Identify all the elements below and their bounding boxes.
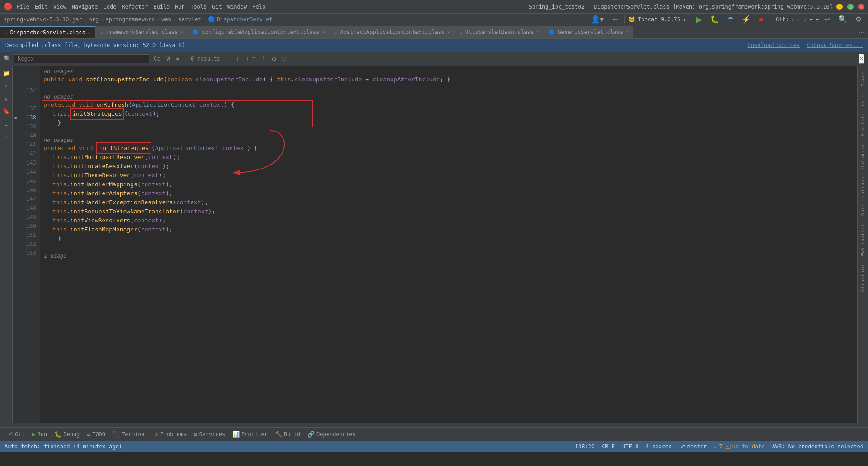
problems-tab-button[interactable]: ⚠ Problems <box>152 430 189 438</box>
search-settings-button[interactable]: ⚙ <box>269 54 279 63</box>
tab-close-configurable[interactable]: × <box>322 30 325 35</box>
menu-edit[interactable]: Edit <box>35 4 48 10</box>
param-ctx-146: context <box>141 180 166 189</box>
search-regex[interactable]: ✱ <box>175 55 181 63</box>
build-tab-button[interactable]: 🔨 Build <box>272 430 303 438</box>
profiler-tab-button[interactable]: 📊 Profiler <box>230 430 270 438</box>
breadcrumb-springframework[interactable]: springframework <box>106 16 155 23</box>
bigdata-panel[interactable]: Big Data Tools <box>858 91 868 140</box>
stop-button[interactable]: ■ <box>756 14 766 25</box>
breadcrumb-web[interactable]: web <box>161 16 171 23</box>
tomcat-selector[interactable]: 🐱 Tomcat 9.0.75 ▾ <box>624 15 690 24</box>
tab-label-abstract: AbstractApplicationContext.class <box>340 29 444 35</box>
menu-view[interactable]: View <box>53 4 66 10</box>
breadcrumb-class[interactable]: DispatcherServlet <box>217 16 273 23</box>
charset[interactable]: UTF-8 <box>622 443 638 450</box>
dependencies-tab-button[interactable]: 🔗 Dependencies <box>305 430 359 438</box>
search-case-sensitive[interactable]: Cc <box>152 55 162 63</box>
tab-configurable[interactable]: 🔵 ConfigurableApplicationContext.class × <box>188 26 330 38</box>
code-area[interactable]: no usages public void setCleanupAfterInc… <box>40 66 857 423</box>
sidebar-structure[interactable]: ≡ <box>1 131 12 142</box>
sidebar-aws[interactable]: ☁ <box>1 118 12 129</box>
tab-close-abstract[interactable]: × <box>447 30 450 35</box>
debug-button[interactable]: 🐛 <box>708 13 722 25</box>
undo-button[interactable]: ↩ <box>821 13 833 25</box>
sidebar-bookmarks[interactable]: 🔖 <box>1 106 12 117</box>
download-sources-link[interactable]: Download Sources <box>748 42 800 48</box>
sidebar-project[interactable]: 📁 <box>1 68 12 79</box>
sidebar-pullrequests[interactable]: ⇅ <box>1 93 12 104</box>
search-prev-button[interactable]: ↑ <box>226 54 233 63</box>
debug-tab-button[interactable]: 🐛 Debug <box>52 430 82 438</box>
menu-run[interactable]: Run <box>175 4 185 10</box>
breadcrumb-servlet[interactable]: servlet <box>178 16 201 23</box>
cursor-position[interactable]: 138:20 <box>575 443 594 450</box>
tab-generic[interactable]: 🔵 GenericServlet.class × <box>544 26 634 38</box>
tab-httpservlet[interactable]: ☕ HttpServletBean.class × <box>455 26 544 38</box>
search-whole-word[interactable]: W <box>165 55 171 63</box>
horizontal-scrollbar[interactable] <box>0 423 868 427</box>
search-input[interactable] <box>14 54 149 63</box>
structure-panel[interactable]: Structure <box>858 261 868 296</box>
back-button[interactable]: ← <box>609 14 622 25</box>
menu-window[interactable]: Window <box>227 4 247 10</box>
tab-dispatcher[interactable]: ☕ DispatcherServlet.class × <box>0 26 96 38</box>
branch-name: master <box>687 443 707 450</box>
notifications-panel[interactable]: Notifications <box>858 173 868 219</box>
tab-abstract[interactable]: ☕ AbstractApplicationContext.class × <box>330 26 455 38</box>
settings-button[interactable]: ⚙ <box>853 13 864 25</box>
tab-close-httpservlet[interactable]: × <box>537 30 539 35</box>
param-ctx1: context <box>199 100 224 109</box>
line-ending[interactable]: CRLF <box>602 443 615 450</box>
breadcrumb-jar[interactable]: spring-webmvc-5.3.10.jar <box>4 16 82 23</box>
profile-button[interactable]: ⚡ <box>739 13 754 25</box>
maximize-button[interactable]: □ <box>847 4 854 10</box>
search-options-button[interactable]: ⋮ <box>259 54 269 63</box>
kw-this-150: this <box>52 216 66 225</box>
vcs-branch[interactable]: ⎇ master <box>679 443 707 450</box>
search-funnel-button[interactable]: ▽ <box>280 54 288 63</box>
choose-sources-link[interactable]: Choose Sources... <box>807 42 863 48</box>
param-ctx-145: context <box>134 171 159 180</box>
menu-file[interactable]: File <box>16 4 29 10</box>
git-tab-button[interactable]: ⎇ Git <box>4 430 28 438</box>
warnings-status[interactable]: ⚠ 7 △/up-to-date <box>714 443 764 450</box>
menu-tools[interactable]: Tools <box>190 4 207 10</box>
coverage-button[interactable]: ☂ <box>725 13 736 25</box>
aws-panel[interactable]: AWS Toolkit <box>858 220 868 260</box>
menu-help[interactable]: Help <box>252 4 265 10</box>
aws-status[interactable]: AWS: No credentials selected <box>772 443 863 450</box>
field-cleanup: cleanupAfterInclude <box>295 75 362 84</box>
breadcrumb-org[interactable]: org <box>89 16 99 23</box>
tab-framework[interactable]: ☕ FrameworkServlet.class × <box>96 26 189 38</box>
kw-void-134: void <box>68 75 82 84</box>
search-next-button[interactable]: ↓ <box>234 54 241 63</box>
tab-close-dispatcher[interactable]: × <box>88 30 91 35</box>
indent[interactable]: 4 spaces <box>646 443 672 450</box>
todo-tab-button[interactable]: ≡ TODO <box>84 430 108 438</box>
search-expand-button[interactable]: □ <box>242 54 249 63</box>
run-button[interactable]: ▶ <box>693 13 705 26</box>
menu-navigate[interactable]: Navigate <box>72 4 98 10</box>
more-tabs-button[interactable]: ⋯ <box>855 26 868 38</box>
vcs-navigate-button[interactable]: 👤▾ <box>588 13 606 25</box>
line-num-153: 153 <box>13 249 36 258</box>
search-button[interactable]: 🔍 <box>835 13 850 25</box>
tab-close-framework[interactable]: × <box>180 30 183 35</box>
database-panel[interactable]: Database <box>858 141 868 172</box>
menu-refactor[interactable]: Refactor <box>122 4 148 10</box>
minimize-button[interactable]: − <box>836 4 843 10</box>
services-tab-button[interactable]: ⚙ Services <box>191 430 228 438</box>
menu-build[interactable]: Build <box>153 4 170 10</box>
maven-panel[interactable]: Maven <box>858 68 868 90</box>
terminal-tab-button[interactable]: ⬛ Terminal <box>110 430 151 438</box>
menu-code[interactable]: Code <box>104 4 117 10</box>
run-tab-button[interactable]: ▶ Run <box>29 430 50 438</box>
search-filter-button[interactable]: ≡ <box>250 54 257 63</box>
close-button[interactable]: × <box>858 4 864 10</box>
kw-this-1: this <box>277 75 291 84</box>
search-close-button[interactable]: × <box>859 54 864 64</box>
menu-git[interactable]: Git <box>212 4 222 10</box>
sidebar-commit[interactable]: ✓ <box>1 80 12 91</box>
tab-close-generic[interactable]: × <box>626 30 628 35</box>
